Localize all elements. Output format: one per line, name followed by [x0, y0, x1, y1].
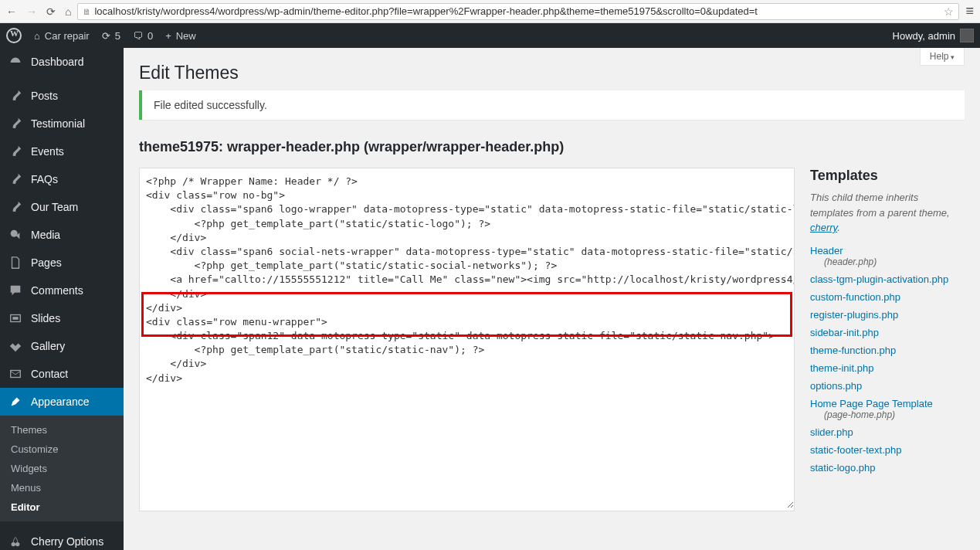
template-item: theme-function.php: [810, 345, 965, 356]
forward-icon[interactable]: →: [26, 5, 37, 18]
submenu-menus[interactable]: Menus: [0, 478, 124, 497]
contact-icon: [8, 366, 23, 382]
templates-panel: Templates This child theme inherits temp…: [810, 168, 965, 480]
wp-admin-toolbar: ⌂ Car repair ⟳ 5 🗨 0 + New Howdy, admin: [0, 23, 980, 48]
menu-events[interactable]: Events: [0, 138, 124, 165]
svg-point-0: [11, 230, 18, 237]
template-item: static-footer-text.php: [810, 444, 965, 456]
url-bar[interactable]: 🗎 localhost/kristy/wordpress4/wordpress/…: [77, 3, 959, 20]
new-content-link[interactable]: + New: [165, 30, 196, 42]
menu-contact[interactable]: Contact: [0, 360, 124, 388]
pin-icon: [8, 116, 23, 131]
help-tab[interactable]: Help: [920, 48, 965, 66]
menu-testimonial[interactable]: Testimonial: [0, 110, 124, 138]
cherry-icon: [8, 534, 23, 549]
page-icon: [8, 255, 23, 270]
menu-our-team[interactable]: Our Team: [0, 193, 124, 221]
menu-comments[interactable]: Comments: [0, 277, 124, 304]
site-name: Car repair: [45, 30, 90, 42]
comments-link[interactable]: 🗨 0: [133, 30, 153, 42]
template-item: register-plugins.php: [810, 309, 965, 321]
code-editor[interactable]: [140, 168, 794, 508]
updates-link[interactable]: ⟳ 5: [102, 30, 120, 42]
template-item: custom-function.php: [810, 291, 965, 303]
howdy-text: Howdy, admin: [893, 30, 955, 42]
page-icon: 🗎: [83, 7, 91, 16]
media-icon: [8, 227, 23, 243]
template-item: Home Page Page Template(page-home.php): [810, 398, 965, 420]
file-heading: theme51975: wrapper-header.php (wrapper/…: [139, 139, 564, 155]
pin-icon: [8, 144, 23, 159]
menu-cherry-options[interactable]: Cherry Options: [0, 528, 124, 550]
howdy-account[interactable]: Howdy, admin: [893, 29, 974, 42]
pin-icon: [8, 88, 23, 104]
submenu-themes[interactable]: Themes: [0, 420, 124, 440]
menu-appearance[interactable]: Appearance: [0, 388, 124, 416]
plus-icon: +: [165, 30, 171, 42]
content-area: Help Edit Themes File edited successfull…: [124, 48, 980, 550]
svg-point-5: [15, 542, 19, 546]
template-item: sidebar-init.php: [810, 327, 965, 338]
code-editor-wrapper: [139, 168, 795, 511]
pin-icon: [8, 199, 23, 215]
bookmark-star-icon[interactable]: ☆: [944, 5, 954, 18]
inherit-note: This child theme inherits templates from…: [810, 190, 965, 236]
comment-icon: 🗨: [133, 30, 143, 42]
menu-dashboard[interactable]: Dashboard: [0, 48, 124, 76]
submenu-customize[interactable]: Customize: [0, 440, 124, 459]
menu-slides[interactable]: Slides: [0, 304, 124, 332]
admin-sidebar: Dashboard Posts Testimonial Events FAQs …: [0, 48, 124, 550]
browser-menu-icon[interactable]: ≡: [965, 3, 974, 19]
dashboard-icon: [8, 54, 23, 70]
new-label: New: [176, 30, 196, 42]
parent-theme-link[interactable]: cherry: [810, 222, 837, 233]
home-icon[interactable]: ⌂: [65, 5, 71, 18]
submenu-widgets[interactable]: Widgets: [0, 459, 124, 478]
menu-faqs[interactable]: FAQs: [0, 165, 124, 193]
wordpress-logo-icon: [6, 28, 22, 43]
menu-media[interactable]: Media: [0, 221, 124, 249]
pin-icon: [8, 171, 23, 187]
gallery-icon: [8, 338, 23, 354]
submenu-editor[interactable]: Editor: [0, 497, 124, 517]
svg-rect-2: [12, 317, 18, 320]
comment-icon: [8, 283, 23, 298]
page-title: Edit Themes: [139, 56, 965, 87]
comments-count: 0: [148, 30, 153, 42]
browser-nav-icons: ← → ⟳ ⌂: [6, 5, 71, 18]
home-icon: ⌂: [34, 30, 40, 42]
menu-gallery[interactable]: Gallery: [0, 332, 124, 360]
reload-icon[interactable]: ⟳: [46, 5, 56, 18]
appearance-icon: [8, 394, 23, 409]
templates-heading: Templates: [810, 168, 965, 184]
success-notice: File edited successfully.: [139, 90, 965, 120]
menu-pages[interactable]: Pages: [0, 249, 124, 277]
avatar-icon: [960, 29, 974, 42]
updates-icon: ⟳: [102, 30, 110, 42]
wp-logo[interactable]: [6, 28, 22, 43]
template-item: slider.php: [810, 426, 965, 438]
template-item: theme-init.php: [810, 362, 965, 374]
updates-count: 5: [115, 30, 120, 42]
browser-chrome: ← → ⟳ ⌂ 🗎 localhost/kristy/wordpress4/wo…: [0, 0, 980, 23]
svg-point-4: [12, 542, 15, 546]
template-item: class-tgm-plugin-activation.php: [810, 273, 965, 285]
svg-rect-3: [11, 371, 21, 378]
site-name-link[interactable]: ⌂ Car repair: [34, 30, 90, 42]
menu-posts[interactable]: Posts: [0, 82, 124, 110]
templates-list: Header(header.php) class-tgm-plugin-acti…: [810, 245, 965, 474]
template-item: options.php: [810, 380, 965, 392]
appearance-submenu: Themes Customize Widgets Menus Editor: [0, 416, 124, 521]
back-icon[interactable]: ←: [6, 5, 17, 18]
slides-icon: [8, 311, 23, 326]
template-item: Header(header.php): [810, 245, 965, 267]
url-text: localhost/kristy/wordpress4/wordpress/wp…: [94, 5, 757, 17]
template-item: static-logo.php: [810, 462, 965, 474]
